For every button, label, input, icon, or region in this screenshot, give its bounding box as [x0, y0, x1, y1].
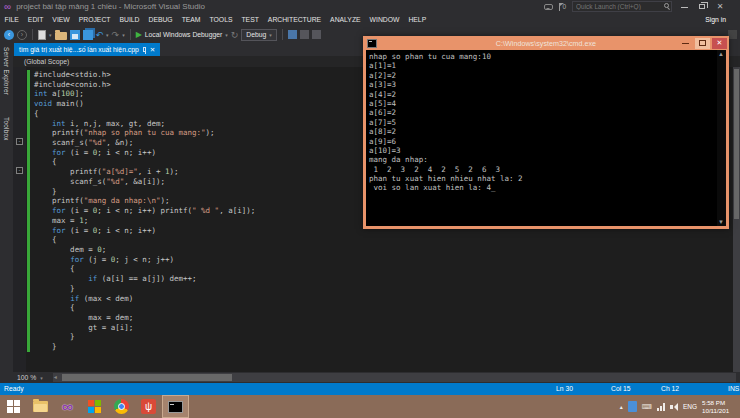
code-line: #include<stdio.h>: [34, 70, 255, 80]
scroll-down-icon[interactable]: ▼: [718, 219, 724, 225]
taskbar-item-cmd[interactable]: [162, 395, 189, 418]
cmd-close-button[interactable]: ✕: [712, 38, 727, 49]
menu-architecture[interactable]: ARCHITECTURE: [263, 16, 325, 23]
menu-build[interactable]: BUILD: [115, 16, 144, 23]
toolbar-separator: [130, 29, 131, 40]
sign-in-button[interactable]: Sign in: [705, 13, 726, 26]
scrollbar-thumb[interactable]: [62, 374, 232, 381]
sidebar-tab-server-explorer[interactable]: Server Explorer: [3, 47, 10, 95]
menu-file[interactable]: FILE: [0, 16, 23, 23]
menu-project[interactable]: PROJECT: [74, 16, 115, 23]
minimize-button[interactable]: [678, 1, 690, 12]
scroll-up-icon[interactable]: ▲: [718, 51, 724, 57]
console-line: a[2]=2: [369, 71, 523, 80]
chevron-down-icon[interactable]: ▾: [225, 32, 228, 38]
code-line: printf("nhap so phan tu cua mang:");: [34, 128, 255, 138]
menu-help[interactable]: HELP: [404, 16, 431, 23]
menu-view[interactable]: VIEW: [48, 16, 74, 23]
chevron-down-icon[interactable]: ▾: [49, 32, 52, 38]
save-icon[interactable]: [70, 30, 80, 40]
debugger-label[interactable]: Local Windows Debugger: [145, 31, 222, 38]
code-line: #include<conio.h>: [34, 80, 255, 90]
quick-launch[interactable]: [572, 1, 672, 12]
menu-window[interactable]: WINDOW: [365, 16, 404, 23]
cmd-scrollbar[interactable]: ▲ ▼: [717, 50, 726, 226]
console-line: a[1]=1: [369, 61, 523, 70]
cmd-maximize-button[interactable]: [695, 38, 710, 49]
start-button[interactable]: [0, 395, 27, 418]
cmd-minimize-button[interactable]: [678, 38, 693, 49]
sidebar-tab-toolbox[interactable]: Toolbox: [3, 117, 10, 141]
editor-vertical-scrollbar[interactable]: [733, 67, 740, 372]
new-file-icon[interactable]: [38, 30, 46, 40]
start-debug-icon[interactable]: ▶: [136, 30, 142, 39]
editor-horizontal-scrollbar[interactable]: ◂: [53, 373, 736, 382]
scroll-left-icon[interactable]: ◂: [54, 374, 57, 381]
toolbar-extra-icon[interactable]: [312, 30, 321, 39]
menu-tools[interactable]: TOOLS: [205, 16, 237, 23]
navigate-back-icon[interactable]: ‹: [4, 30, 14, 40]
taskbar-item-visual-studio[interactable]: ∞: [54, 395, 81, 418]
open-file-icon[interactable]: [55, 32, 67, 40]
fold-icon[interactable]: -: [16, 167, 23, 174]
toolbar-extra-icon[interactable]: [288, 30, 297, 39]
refresh-icon[interactable]: ↻: [231, 30, 239, 40]
menu-team[interactable]: TEAM: [177, 16, 205, 23]
save-all-icon[interactable]: [83, 30, 93, 40]
console-line: a[6]=2: [369, 108, 523, 117]
code-lines: #include<stdio.h>#include<conio.h>int a[…: [34, 70, 255, 352]
tab-close-icon[interactable]: ✕: [150, 46, 155, 54]
taskbar-item-explorer[interactable]: [27, 395, 54, 418]
toolbar-overflow-icon[interactable]: [728, 30, 737, 39]
code-line: scanf_s("%d", &a[i]);: [34, 177, 255, 187]
solution-config-dropdown[interactable]: Debug ▾: [241, 29, 277, 41]
restore-button[interactable]: [696, 1, 708, 12]
tray-app-icon[interactable]: [628, 401, 637, 412]
network-icon[interactable]: [657, 403, 665, 411]
scrollbar-thumb[interactable]: [734, 69, 739, 219]
redo-icon[interactable]: ↷: [112, 30, 120, 40]
toolbar-separator: [282, 29, 283, 40]
clock[interactable]: 5:58 PM 10/11/201: [702, 399, 739, 414]
chevron-down-icon[interactable]: ▾: [106, 32, 109, 38]
undo-icon[interactable]: ↶: [96, 30, 104, 40]
taskbar-item-store[interactable]: [81, 395, 108, 418]
code-line: {: [34, 235, 255, 245]
feedback-icon[interactable]: [544, 4, 553, 10]
code-line: max = dem;: [34, 313, 255, 323]
notifications-flag[interactable]: 0: [559, 3, 566, 11]
toolbar-extra-icon[interactable]: [300, 30, 309, 39]
zoom-level[interactable]: 100 %: [17, 374, 36, 381]
menu-test[interactable]: TEST: [237, 16, 263, 23]
chevron-down-icon[interactable]: ▾: [122, 32, 125, 38]
cmd-console[interactable]: nhap so phan tu cua mang:10a[1]=1a[2]=2a…: [366, 50, 726, 226]
scope-dropdown[interactable]: (Global Scope): [24, 58, 69, 65]
code-line: for (i = 0; i < n; i++): [34, 226, 255, 236]
console-line: nhap so phan tu cua mang:10: [369, 52, 523, 61]
tab-active-document[interactable]: tìm giá trị xuất hiệ...số lần xuất hiện.…: [14, 43, 160, 56]
menu-edit[interactable]: EDIT: [23, 16, 47, 23]
tray-touch-keyboard-icon[interactable]: ⌨: [642, 403, 652, 411]
navigate-forward-icon[interactable]: ›: [17, 30, 27, 40]
chevron-down-icon[interactable]: ▾: [40, 375, 43, 381]
taskbar-item-unikey[interactable]: ψ: [135, 395, 162, 418]
fold-icon[interactable]: -: [16, 138, 23, 145]
close-button[interactable]: ✕: [714, 1, 726, 12]
microsoft-logo-icon: [88, 400, 101, 413]
toolbar-separator: [32, 29, 33, 40]
language-indicator[interactable]: ENG: [683, 403, 697, 410]
status-line: Ln 30: [556, 383, 573, 395]
pin-icon[interactable]: [143, 47, 146, 52]
change-tracking-bar: [27, 70, 30, 352]
screen: ∞ project bài tập mảng 1 chiều - Microso…: [0, 0, 740, 418]
window-title: project bài tập mảng 1 chiều - Microsoft…: [16, 2, 205, 11]
code-line: dem = 0;: [34, 245, 255, 255]
taskbar-item-chrome[interactable]: [108, 395, 135, 418]
menu-debug[interactable]: DEBUG: [144, 16, 177, 23]
cmd-titlebar[interactable]: C:\Windows\system32\cmd.exe ✕: [363, 36, 729, 50]
tray-expand-icon[interactable]: ▴: [620, 403, 623, 410]
cmd-window[interactable]: C:\Windows\system32\cmd.exe ✕ nhap so ph…: [363, 36, 729, 229]
menu-analyze[interactable]: ANALYZE: [326, 16, 365, 23]
quick-launch-input[interactable]: [572, 1, 672, 12]
speaker-icon[interactable]: [670, 403, 678, 411]
